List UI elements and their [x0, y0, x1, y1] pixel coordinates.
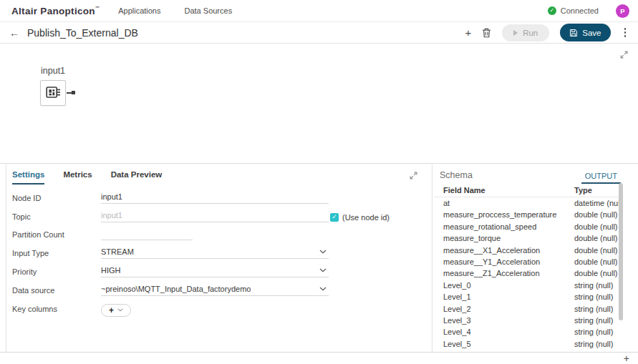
schema-column-headers: Field Name Type	[434, 185, 622, 197]
field-name-cell: Level_3	[443, 316, 471, 325]
form-row-node-id: Node ID	[6, 188, 432, 207]
run-button-label: Run	[523, 29, 538, 37]
play-icon	[513, 30, 518, 36]
run-button[interactable]: Run	[502, 24, 549, 41]
field-name-cell: measure_proccess_temperature	[443, 210, 556, 219]
plus-icon: +	[465, 27, 471, 38]
schema-field-row[interactable]: measure_proccess_temperature double (nul…	[434, 210, 622, 221]
field-type-cell: string (null)	[574, 281, 613, 290]
user-avatar[interactable]: P	[616, 4, 629, 18]
nav-item-data-sources[interactable]: Data Sources	[185, 6, 233, 15]
schema-field-row[interactable]: measure__Z1_Acceleration double (null)	[434, 268, 622, 280]
schema-field-row[interactable]: Level_0 string (null)	[434, 280, 622, 292]
nav-item-applications[interactable]: Applications	[118, 6, 160, 15]
schema-scrollbar[interactable]	[619, 183, 623, 320]
add-page-button[interactable]: +	[624, 353, 629, 364]
schema-field-row[interactable]: Level_3 string (null)	[434, 315, 622, 327]
field-name-column-header: Field Name	[443, 186, 485, 195]
tab-settings[interactable]: Settings	[12, 170, 44, 185]
field-name-cell: Level_5	[443, 340, 471, 348]
back-arrow-icon[interactable]: ←	[9, 28, 19, 38]
node-id-input[interactable]	[101, 192, 319, 201]
input-node[interactable]	[40, 80, 66, 106]
data-source-dropdown[interactable]: ~preinoso\MQTT_Input_Data_factorydemo	[101, 283, 329, 296]
chevron-down-icon	[319, 250, 327, 254]
schema-panel: Schema OUTPUT Field Name Type at datetim…	[434, 164, 632, 352]
trademark-mark: ™	[95, 6, 100, 10]
field-name-cell: at	[443, 199, 450, 207]
field-type-cell: string (null)	[574, 340, 613, 348]
priority-label: Priority	[12, 267, 37, 276]
chevron-down-icon	[117, 308, 123, 312]
panel-tabs: Settings Metrics Data Preview	[6, 164, 432, 185]
altair-panopticon-logo: Altair Panopticon™	[11, 6, 100, 16]
tab-data-preview[interactable]: Data Preview	[111, 170, 163, 185]
type-column-header: Type	[574, 186, 592, 195]
node-label: input1	[41, 66, 65, 76]
schema-field-row[interactable]: measure__X1_Acceleration double (null)	[434, 245, 622, 257]
priority-dropdown[interactable]: HIGH	[101, 265, 329, 277]
field-type-cell: double (null)	[574, 234, 618, 242]
form-row-priority: Priority HIGH	[6, 262, 432, 280]
save-icon	[569, 29, 578, 37]
schema-field-row[interactable]: Level_1 string (null)	[434, 292, 622, 303]
plus-icon: +	[109, 306, 114, 315]
input-type-dropdown[interactable]: STREAM	[101, 246, 329, 259]
schema-field-row[interactable]: Level_2 string (null)	[434, 304, 622, 315]
field-type-cell: double (null)	[574, 269, 618, 277]
schema-field-row[interactable]: measure_torque double (null)	[434, 233, 622, 245]
chip-icon	[44, 84, 62, 102]
form-row-partition-count: Partition Count	[6, 225, 432, 244]
trash-icon	[482, 28, 491, 38]
partition-count-label: Partition Count	[12, 230, 64, 239]
field-type-cell: double (null)	[574, 246, 618, 255]
schema-rows: at datetime (null) measure_proccess_temp…	[434, 198, 622, 351]
more-options-button[interactable]	[622, 26, 629, 39]
main-nav: Applications Data Sources	[118, 6, 232, 15]
key-columns-label: Key columns	[12, 305, 57, 313]
input-type-value: STREAM	[101, 247, 134, 256]
app-toolbar: ← Publish_To_External_DB + Run Save	[0, 22, 638, 44]
graph-canvas[interactable]: input1	[0, 44, 638, 164]
save-button[interactable]: Save	[560, 24, 610, 41]
field-type-cell: datetime (null)	[574, 199, 622, 207]
footer-strip: +	[0, 352, 638, 364]
connection-status: ✓ Connected	[548, 6, 599, 15]
form-row-data-source: Data source ~preinoso\MQTT_Input_Data_fa…	[6, 280, 432, 299]
field-name-cell: Level_1	[443, 292, 471, 301]
schema-field-row[interactable]: measure_rotational_speed double (null)	[434, 222, 622, 233]
field-name-cell: Level_4	[443, 328, 471, 336]
tab-metrics[interactable]: Metrics	[63, 170, 92, 185]
input-type-label: Input Type	[12, 249, 49, 257]
field-name-cell: measure__Y1_Acceleration	[443, 257, 540, 266]
field-name-cell: measure__Z1_Acceleration	[443, 269, 540, 277]
logo-text: Altair Panopticon	[11, 6, 95, 16]
add-node-button[interactable]: +	[465, 27, 471, 38]
page-title: Publish_To_External_DB	[27, 27, 138, 39]
settings-form: Node ID Topic ✓ (Use node id) Partition …	[6, 188, 432, 318]
connection-status-label: Connected	[561, 6, 599, 15]
node-id-label: Node ID	[12, 194, 41, 202]
delete-button[interactable]	[482, 28, 491, 38]
save-button-label: Save	[582, 29, 601, 37]
add-key-column-button[interactable]: +	[101, 304, 131, 317]
topic-input[interactable]	[101, 211, 319, 220]
schema-field-row[interactable]: Level_5 string (null)	[434, 339, 622, 350]
panel-expand-icon[interactable]	[409, 171, 418, 180]
partition-count-input[interactable]	[101, 229, 183, 237]
field-type-cell: double (null)	[574, 222, 618, 231]
schema-tab-output[interactable]: OUTPUT	[581, 172, 621, 184]
form-row-input-type: Input Type STREAM	[6, 243, 432, 262]
schema-field-row[interactable]: measure__Y1_Acceleration double (null)	[434, 257, 622, 268]
node-output-port[interactable]	[67, 92, 72, 94]
form-row-topic: Topic ✓ (Use node id)	[6, 207, 432, 225]
use-node-id-checkbox[interactable]: ✓	[330, 213, 339, 222]
schema-field-row[interactable]: at datetime (null)	[434, 198, 622, 210]
schema-field-row[interactable]: Level_4 string (null)	[434, 327, 622, 338]
canvas-expand-icon[interactable]	[619, 50, 629, 59]
topbar-right: ✓ Connected P	[548, 4, 638, 18]
field-type-cell: string (null)	[574, 305, 613, 313]
field-name-cell: measure_torque	[443, 234, 501, 242]
priority-value: HIGH	[101, 266, 121, 275]
schema-title: Schema	[440, 170, 473, 180]
